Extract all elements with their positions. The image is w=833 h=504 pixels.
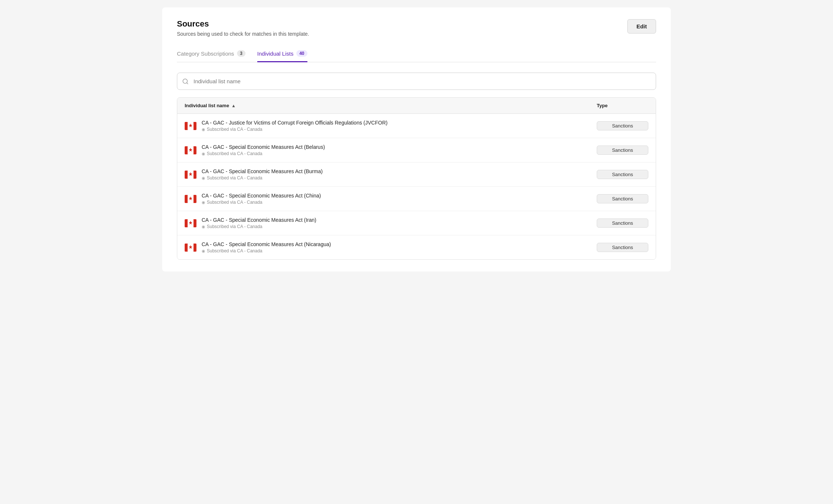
row-left: CA - GAC - Special Economic Measures Act… [185, 241, 597, 253]
svg-rect-6 [185, 146, 188, 154]
page-container: Sources Sources being used to check for … [162, 7, 671, 272]
tab-category-subscriptions[interactable]: Category Subscriptions 3 [177, 46, 245, 62]
svg-rect-20 [194, 219, 196, 227]
row-subscribed: ◉ Subscribed via CA - Canada [202, 151, 325, 156]
type-badge: Sanctions [597, 218, 648, 228]
row-info: CA - GAC - Special Economic Measures Act… [202, 217, 316, 229]
tab-individual-label: Individual Lists [257, 50, 293, 57]
row-info: CA - GAC - Special Economic Measures Act… [202, 144, 325, 156]
svg-rect-2 [185, 122, 188, 130]
row-subscribed: ◉ Subscribed via CA - Canada [202, 224, 316, 229]
table-row: CA - GAC - Special Economic Measures Act… [177, 235, 656, 259]
row-title: CA - GAC - Special Economic Measures Act… [202, 144, 325, 150]
row-title: CA - GAC - Special Economic Measures Act… [202, 217, 316, 223]
table-row: CA - GAC - Justice for Victims of Corrup… [177, 114, 656, 138]
rss-icon: ◉ [202, 127, 205, 132]
svg-rect-18 [185, 219, 188, 227]
row-title: CA - GAC - Justice for Victims of Corrup… [202, 120, 387, 126]
row-title: CA - GAC - Special Economic Measures Act… [202, 241, 331, 247]
table-row: CA - GAC - Special Economic Measures Act… [177, 138, 656, 162]
type-badge: Sanctions [597, 170, 648, 179]
flag-canada-icon [185, 219, 196, 227]
sort-arrow-icon[interactable]: ▲ [231, 103, 236, 108]
row-subscribed: ◉ Subscribed via CA - Canada [202, 175, 323, 181]
tab-individual-lists[interactable]: Individual Lists 40 [257, 46, 307, 62]
type-badge: Sanctions [597, 194, 648, 203]
table-container: Individual list name ▲ Type CA - GAC - J… [177, 97, 656, 260]
table-row: CA - GAC - Special Economic Measures Act… [177, 162, 656, 187]
tab-category-badge: 3 [237, 50, 245, 57]
col-name-header: Individual list name ▲ [185, 103, 597, 108]
svg-rect-16 [194, 195, 196, 203]
header-row: Sources Sources being used to check for … [177, 19, 656, 37]
flag-canada-icon [185, 195, 196, 203]
edit-button[interactable]: Edit [627, 19, 656, 34]
search-container [177, 73, 656, 90]
col-type-header: Type [597, 103, 648, 108]
header-text: Sources Sources being used to check for … [177, 19, 309, 37]
svg-rect-22 [185, 244, 188, 252]
row-left: CA - GAC - Special Economic Measures Act… [185, 144, 597, 156]
row-info: CA - GAC - Special Economic Measures Act… [202, 193, 321, 205]
row-left: CA - GAC - Special Economic Measures Act… [185, 193, 597, 205]
svg-rect-14 [185, 195, 188, 203]
row-left: CA - GAC - Special Economic Measures Act… [185, 217, 597, 229]
svg-rect-4 [194, 122, 196, 130]
table-row: CA - GAC - Special Economic Measures Act… [177, 187, 656, 211]
svg-line-1 [187, 83, 188, 84]
type-badge: Sanctions [597, 243, 648, 252]
rss-icon: ◉ [202, 249, 205, 253]
row-left: CA - GAC - Justice for Victims of Corrup… [185, 120, 597, 132]
svg-rect-24 [194, 244, 196, 252]
table-row: CA - GAC - Special Economic Measures Act… [177, 211, 656, 235]
type-badge: Sanctions [597, 146, 648, 155]
tab-individual-badge: 40 [296, 50, 307, 57]
svg-rect-8 [194, 146, 196, 154]
rss-icon: ◉ [202, 200, 205, 205]
flag-canada-icon [185, 122, 196, 130]
search-icon [182, 78, 189, 85]
row-info: CA - GAC - Special Economic Measures Act… [202, 168, 323, 181]
search-input[interactable] [177, 73, 656, 90]
row-info: CA - GAC - Special Economic Measures Act… [202, 241, 331, 253]
row-subscribed: ◉ Subscribed via CA - Canada [202, 200, 321, 205]
flag-canada-icon [185, 146, 196, 154]
rss-icon: ◉ [202, 224, 205, 229]
type-badge: Sanctions [597, 121, 648, 130]
svg-rect-12 [194, 171, 196, 179]
flag-canada-icon [185, 171, 196, 179]
tabs-row: Category Subscriptions 3 Individual List… [177, 46, 656, 62]
row-left: CA - GAC - Special Economic Measures Act… [185, 168, 597, 181]
table-header: Individual list name ▲ Type [177, 98, 656, 114]
row-info: CA - GAC - Justice for Victims of Corrup… [202, 120, 387, 132]
page-title: Sources [177, 19, 309, 29]
flag-canada-icon [185, 244, 196, 252]
svg-rect-10 [185, 171, 188, 179]
row-title: CA - GAC - Special Economic Measures Act… [202, 193, 321, 199]
rss-icon: ◉ [202, 151, 205, 156]
tab-category-label: Category Subscriptions [177, 50, 234, 57]
row-subscribed: ◉ Subscribed via CA - Canada [202, 248, 331, 253]
row-title: CA - GAC - Special Economic Measures Act… [202, 168, 323, 174]
rss-icon: ◉ [202, 176, 205, 181]
page-subtitle: Sources being used to check for matches … [177, 31, 309, 37]
row-subscribed: ◉ Subscribed via CA - Canada [202, 127, 387, 132]
